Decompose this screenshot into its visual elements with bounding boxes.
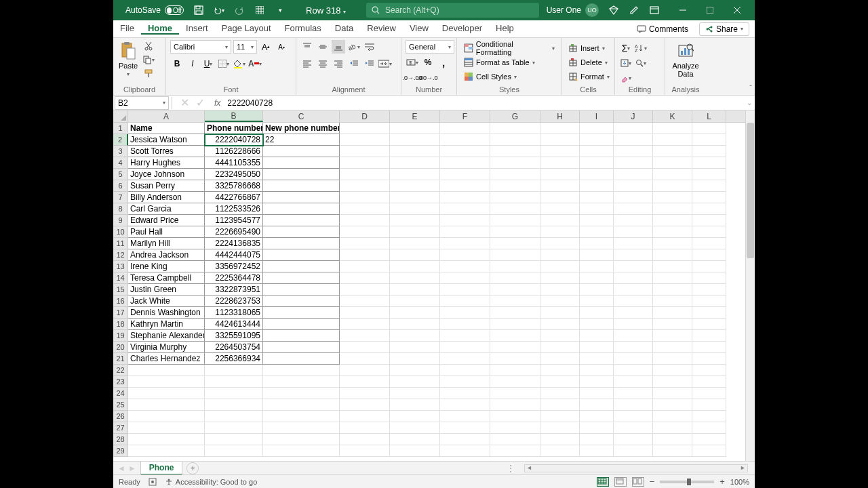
cell[interactable]: Charles Hernandez [128,353,205,365]
cell[interactable] [580,192,614,203]
cell[interactable] [580,284,614,296]
enter-formula-button[interactable]: ✓ [196,96,205,109]
cell[interactable] [653,272,692,284]
underline-button[interactable]: U▾ [201,57,215,70]
sort-filter-button[interactable]: AZ▾ [634,41,648,55]
align-center-button[interactable] [316,57,330,70]
cell[interactable] [205,422,263,434]
cell[interactable] [614,330,653,342]
cell[interactable] [692,307,726,319]
save-icon[interactable] [193,5,204,16]
row-header[interactable]: 7 [113,192,128,203]
cell[interactable] [614,203,653,215]
cell[interactable] [540,249,580,261]
cell[interactable] [490,330,540,342]
cell[interactable] [340,342,390,353]
cell[interactable] [540,226,580,238]
cell[interactable] [692,146,726,157]
cell[interactable] [340,319,390,330]
cell[interactable] [614,169,653,180]
column-header-J[interactable]: J [614,110,653,122]
cell[interactable] [614,249,653,261]
cell[interactable] [490,411,540,422]
cell[interactable] [263,169,340,180]
fill-color-button[interactable]: ▾ [233,57,246,70]
fill-button[interactable]: ▾ [619,56,633,70]
cell[interactable] [263,388,340,399]
cell[interactable]: Virginia Murphy [128,342,205,353]
cell[interactable]: Teresa Campbell [128,272,205,284]
cell[interactable] [263,342,340,353]
cell[interactable] [580,272,614,284]
cell[interactable] [440,203,490,215]
autosave-toggle[interactable]: AutoSave Off [125,5,184,15]
cell[interactable]: 2264503754 [205,342,263,353]
toggle-switch[interactable]: Off [165,5,184,15]
cell[interactable] [580,365,614,376]
cell[interactable] [263,226,340,238]
cell[interactable] [653,238,692,249]
cell[interactable] [580,261,614,272]
cell[interactable] [692,365,726,376]
cell[interactable] [614,146,653,157]
paste-button[interactable]: Paste▾ [117,40,139,79]
cell[interactable] [653,399,692,411]
cell[interactable] [440,215,490,226]
cell[interactable]: Joyce Johnson [128,169,205,180]
align-bottom-button[interactable] [332,40,345,54]
cell[interactable] [340,157,390,169]
cell[interactable] [440,180,490,192]
cell[interactable]: Billy Anderson [128,192,205,203]
cell[interactable] [614,261,653,272]
cell[interactable] [340,296,390,307]
tab-page-layout[interactable]: Page Layout [215,23,278,33]
cell[interactable] [340,215,390,226]
column-header-K[interactable]: K [653,110,692,122]
cell[interactable] [390,307,440,319]
cell[interactable] [490,226,540,238]
align-top-button[interactable] [300,40,314,54]
cell[interactable] [440,238,490,249]
cell[interactable] [263,365,340,376]
cell[interactable] [540,307,580,319]
cell[interactable] [263,434,340,445]
cell[interactable]: Scott Torres [128,146,205,157]
cell[interactable] [580,180,614,192]
cell[interactable]: 2232495050 [205,169,263,180]
cell[interactable] [614,192,653,203]
cell[interactable] [692,215,726,226]
cell[interactable] [580,134,614,146]
cell[interactable] [440,261,490,272]
cell[interactable]: Marilyn Hill [128,238,205,249]
cell[interactable] [340,134,390,146]
cell[interactable] [490,319,540,330]
cell[interactable] [440,123,490,134]
cell[interactable] [390,445,440,457]
cell[interactable] [580,238,614,249]
cell[interactable] [653,215,692,226]
cell[interactable] [653,422,692,434]
cell[interactable] [490,192,540,203]
cell[interactable] [263,319,340,330]
cell[interactable]: 4442444075 [205,249,263,261]
cell[interactable] [540,203,580,215]
cell[interactable] [390,284,440,296]
cell[interactable] [205,388,263,399]
name-box[interactable]: B2▾ [115,96,169,110]
row-header[interactable]: 23 [113,376,128,388]
cell[interactable] [390,157,440,169]
cell[interactable] [580,445,614,457]
cell[interactable] [440,434,490,445]
cell[interactable] [390,180,440,192]
cell[interactable] [340,365,390,376]
decrease-indent-button[interactable] [347,57,361,70]
cell[interactable]: Andrea Jackson [128,249,205,261]
cell[interactable] [653,249,692,261]
cell[interactable] [692,330,726,342]
cell[interactable] [692,434,726,445]
user-account[interactable]: User One UO [547,3,599,17]
tab-file[interactable]: File [113,23,141,33]
cell[interactable] [128,411,205,422]
cell[interactable] [490,146,540,157]
format-painter-button[interactable] [142,67,155,79]
